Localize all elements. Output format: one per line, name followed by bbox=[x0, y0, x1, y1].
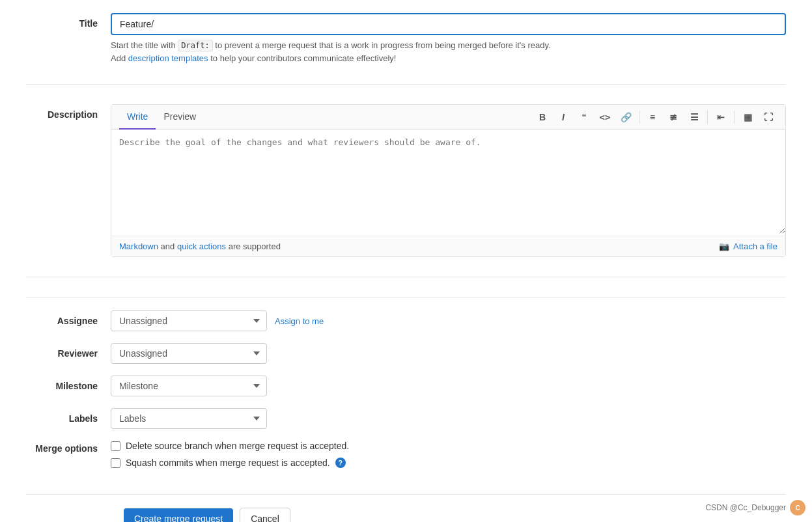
merge-options-section: Merge options Delete source branch when … bbox=[26, 441, 786, 468]
cancel-button[interactable]: Cancel bbox=[240, 508, 290, 522]
milestone-select[interactable]: Milestone bbox=[111, 376, 267, 396]
assignee-select[interactable]: Unassigned bbox=[111, 310, 267, 331]
attach-file-button[interactable]: 📷 Attach a file bbox=[719, 241, 777, 251]
title-content: Start the title with Draft: to prevent a… bbox=[111, 13, 786, 64]
hint-second-prefix: Add bbox=[111, 53, 128, 63]
editor-footer-text: Markdown and quick actions are supported bbox=[119, 241, 281, 251]
quick-actions-link[interactable]: quick actions bbox=[177, 241, 226, 251]
task-list-button[interactable]: ☰ bbox=[685, 108, 703, 126]
reviewer-row: Reviewer Unassigned bbox=[26, 343, 786, 364]
description-label: Description bbox=[26, 104, 111, 120]
milestone-row: Milestone Milestone bbox=[26, 376, 786, 396]
labels-row: Labels Labels bbox=[26, 408, 786, 429]
watermark-icon: C bbox=[790, 500, 805, 515]
milestone-label: Milestone bbox=[26, 381, 111, 391]
unordered-list-button[interactable]: ≡ bbox=[643, 108, 662, 126]
description-content: Write Preview B I “ <> 🔗 ≡ ≢ ☰ bbox=[111, 104, 786, 257]
ordered-list-button[interactable]: ≢ bbox=[664, 108, 682, 126]
delete-source-branch-checkbox[interactable] bbox=[111, 441, 120, 451]
assign-to-me-link[interactable]: Assign to me bbox=[275, 316, 324, 326]
merge-options-content: Delete source branch when merge request … bbox=[111, 441, 349, 468]
table-button[interactable]: ▦ bbox=[738, 108, 757, 126]
create-merge-request-button[interactable]: Create merge request bbox=[124, 508, 233, 522]
labels-label: Labels bbox=[26, 413, 111, 424]
editor-footer: Markdown and quick actions are supported… bbox=[111, 236, 785, 256]
bold-button[interactable]: B bbox=[533, 108, 552, 126]
editor-toolbar: B I “ <> 🔗 ≡ ≢ ☰ ⇤ ▦ ⛶ bbox=[533, 108, 777, 126]
code-button[interactable]: <> bbox=[596, 108, 614, 126]
labels-select[interactable]: Labels bbox=[111, 408, 267, 429]
separator-3 bbox=[734, 111, 735, 124]
editor-container: Write Preview B I “ <> 🔗 ≡ ≢ ☰ bbox=[111, 104, 786, 257]
hint-second-suffix: to help your contributors communicate ef… bbox=[208, 53, 397, 63]
assignee-label: Assignee bbox=[26, 316, 111, 326]
assignee-content: Unassigned Assign to me bbox=[111, 310, 786, 331]
preview-tab[interactable]: Preview bbox=[156, 105, 204, 130]
squash-help-icon[interactable]: ? bbox=[335, 458, 346, 468]
squash-commits-checkbox[interactable] bbox=[111, 458, 120, 468]
markdown-link[interactable]: Markdown bbox=[119, 241, 158, 251]
write-tab[interactable]: Write bbox=[119, 105, 156, 130]
separator-1 bbox=[639, 111, 639, 124]
merge-options-label: Merge options bbox=[26, 441, 111, 454]
delete-source-branch-label: Delete source branch when merge request … bbox=[126, 441, 349, 451]
delete-source-branch-row: Delete source branch when merge request … bbox=[111, 441, 349, 451]
description-section: Description Write Preview B I “ <> 🔗 bbox=[26, 104, 786, 277]
footer-supported: are supported bbox=[229, 241, 281, 251]
description-templates-link[interactable]: description templates bbox=[128, 53, 208, 63]
milestone-content: Milestone bbox=[111, 376, 786, 396]
title-hint: Start the title with Draft: to prevent a… bbox=[111, 39, 786, 64]
editor-tabs-bar: Write Preview B I “ <> 🔗 ≡ ≢ ☰ bbox=[111, 105, 785, 130]
editor-tabs-left: Write Preview bbox=[119, 105, 204, 129]
reviewer-label: Reviewer bbox=[26, 348, 111, 359]
link-button[interactable]: 🔗 bbox=[617, 108, 635, 126]
quote-button[interactable]: “ bbox=[575, 108, 593, 126]
squash-commits-row: Squash commits when merge request is acc… bbox=[111, 458, 349, 468]
action-buttons: Create merge request Cancel bbox=[26, 494, 786, 522]
fullscreen-button[interactable]: ⛶ bbox=[759, 108, 777, 126]
title-input[interactable] bbox=[111, 13, 786, 35]
italic-button[interactable]: I bbox=[554, 108, 572, 126]
sidebar-section: Assignee Unassigned Assign to me Reviewe… bbox=[26, 297, 786, 481]
reviewer-select[interactable]: Unassigned bbox=[111, 343, 267, 364]
watermark: CSDN @Cc_Debugger C bbox=[705, 500, 805, 515]
title-section: Title Start the title with Draft: to pre… bbox=[26, 13, 786, 85]
attach-file-label: Attach a file bbox=[733, 241, 777, 251]
hint-suffix: to prevent a merge request that is a wor… bbox=[213, 40, 551, 50]
squash-commits-label: Squash commits when merge request is acc… bbox=[126, 458, 330, 468]
separator-2 bbox=[707, 111, 708, 124]
watermark-text: CSDN @Cc_Debugger bbox=[705, 503, 786, 512]
description-textarea[interactable] bbox=[111, 130, 785, 234]
reviewer-content: Unassigned bbox=[111, 343, 786, 364]
attach-icon: 📷 bbox=[719, 241, 729, 251]
draft-code: Draft: bbox=[178, 40, 212, 51]
labels-content: Labels bbox=[111, 408, 786, 429]
assignee-row: Assignee Unassigned Assign to me bbox=[26, 310, 786, 331]
indent-decrease-button[interactable]: ⇤ bbox=[712, 108, 730, 126]
title-label: Title bbox=[26, 13, 111, 29]
hint-prefix: Start the title with bbox=[111, 40, 178, 50]
footer-and: and bbox=[161, 241, 177, 251]
